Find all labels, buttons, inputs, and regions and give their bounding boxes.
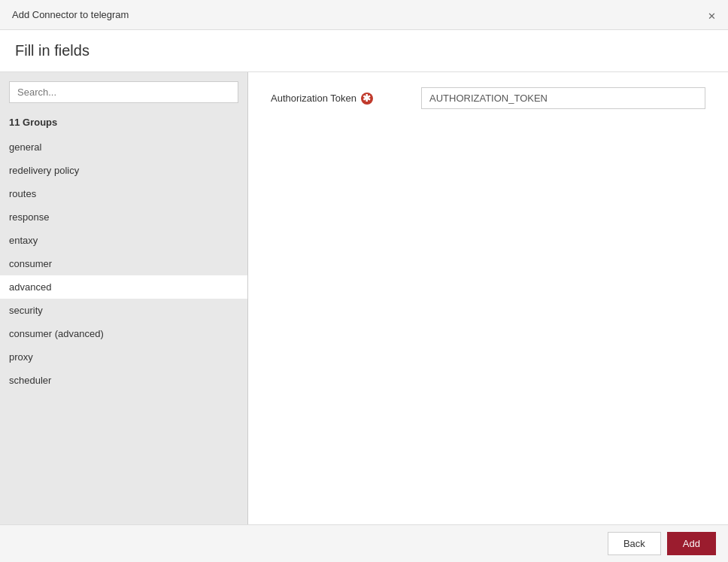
sidebar-item-advanced[interactable]: advanced — [0, 275, 247, 299]
add-button[interactable]: Add — [667, 532, 716, 555]
search-container — [0, 72, 247, 112]
page-title: Fill in fields — [15, 42, 713, 59]
modal-body: 11 Groups general redelivery policy rout… — [0, 72, 728, 524]
authorization-token-row: Authorization Token ✱ — [271, 87, 705, 109]
authorization-token-label: Authorization Token ✱ — [271, 93, 421, 105]
groups-label: 11 Groups — [0, 112, 247, 135]
close-icon: ✕ — [708, 11, 716, 22]
close-button[interactable]: ✕ — [708, 8, 716, 22]
sidebar-item-entaxy[interactable]: entaxy — [0, 229, 247, 252]
sidebar: 11 Groups general redelivery policy rout… — [0, 72, 248, 524]
sidebar-item-general[interactable]: general — [0, 135, 247, 159]
sidebar-list: general redelivery policy routes respons… — [0, 135, 247, 524]
field-label-text: Authorization Token — [271, 93, 356, 104]
modal-footer: Back Add — [0, 524, 728, 562]
sidebar-item-consumer[interactable]: consumer — [0, 252, 247, 275]
back-button[interactable]: Back — [608, 532, 661, 555]
required-icon: ✱ — [361, 93, 373, 105]
search-input[interactable] — [9, 81, 238, 103]
sidebar-item-security[interactable]: security — [0, 299, 247, 322]
sidebar-item-redelivery-policy[interactable]: redelivery policy — [0, 159, 247, 182]
sidebar-item-scheduler[interactable]: scheduler — [0, 369, 247, 392]
sidebar-item-consumer-advanced[interactable]: consumer (advanced) — [0, 322, 247, 345]
modal-container: Add Connector to telegram ✕ Fill in fiel… — [0, 0, 728, 562]
authorization-token-input[interactable] — [421, 87, 705, 109]
content-area: Authorization Token ✱ — [248, 72, 728, 524]
modal-subheader: Fill in fields — [0, 30, 728, 72]
modal-title: Add Connector to telegram — [12, 9, 129, 20]
sidebar-item-proxy[interactable]: proxy — [0, 345, 247, 369]
sidebar-item-routes[interactable]: routes — [0, 182, 247, 205]
modal-header: Add Connector to telegram ✕ — [0, 0, 728, 30]
sidebar-item-response[interactable]: response — [0, 205, 247, 229]
